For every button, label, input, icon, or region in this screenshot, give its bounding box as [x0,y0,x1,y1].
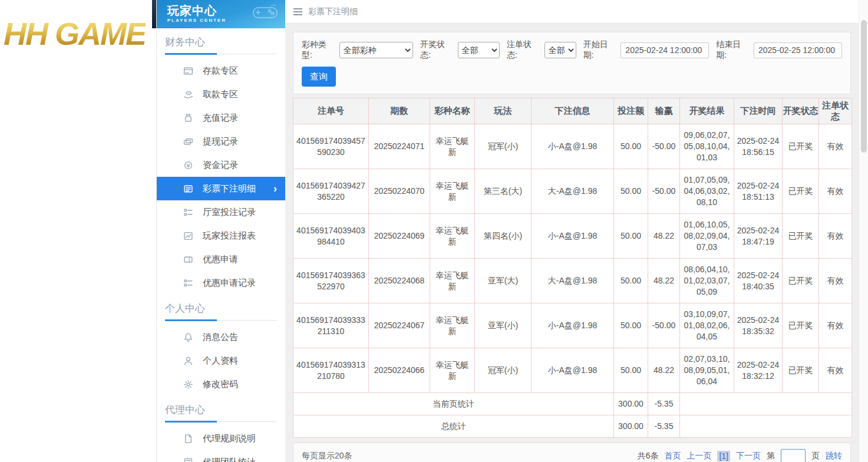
scrollbar[interactable] [859,0,868,462]
table-cell: -50.00 [648,169,680,214]
table-cell: 幸运飞艇新 [430,169,475,214]
table-header-row: 注单号期数彩种名称玩法下注信息投注额输赢开奖结果下注时间开奖状态注单状态 [293,98,852,124]
cash-notes-icon [183,137,193,147]
sidebar-item[interactable]: 资金记录 [157,153,285,177]
next-page-link[interactable]: 下一页 [736,451,761,461]
sidebar-item[interactable]: 玩家投注报表 [157,224,285,248]
table-row: 40156917403936352297020250224068幸运飞艇新亚军(… [293,259,852,303]
sidebar-item-label: 代理团队统计 [203,457,256,462]
gamepad-icon [252,4,278,22]
table-cell: 第三名(大) [475,169,532,214]
table-row: 40156917403931321078020250224066幸运飞艇新冠军(… [293,348,852,393]
column-header: 下注时间 [734,98,783,124]
sidebar-item[interactable]: 消息公告 [157,325,285,349]
filter-panel: 彩种类型: 全部彩种 开奖状态: 全部 注单状态: 全部 开始日期: 结束日期:… [293,32,851,94]
sidebar-item-label: 代理规则说明 [203,433,256,444]
column-header: 期数 [369,98,430,124]
table-cell: 2025-02-24 18:47:19 [734,214,783,259]
current-page[interactable]: [1] [717,451,730,461]
sidebar-item[interactable]: 充值记录 [157,106,285,130]
menu-toggle-icon[interactable] [293,6,302,17]
sidebar-item[interactable]: 代理规则说明 [157,427,285,450]
table-cell: 50.00 [614,214,648,259]
table-cell: 401569174039363522970 [293,259,369,303]
sidebar-item[interactable]: 取款专区 [157,82,285,106]
sidebar-item-label: 消息公告 [203,332,238,343]
sidebar-nav: 财务中心存款专区取款专区充值记录提现记录资金记录彩票下注明细›厅室投注记录玩家投… [157,35,285,462]
table-cell: 20250224067 [369,303,430,348]
table-cell: 50.00 [614,348,648,393]
page: HH GAME 玩家中心 PLAYERS CENTER 财务中心存款专区取款专区… [0,0,868,462]
jump-button[interactable]: 跳转 [826,451,842,461]
table-cell: 已开奖 [783,303,819,348]
column-header: 投注额 [614,98,648,124]
table-cell: 2025-02-24 18:40:35 [734,259,783,303]
summary-empty-cell [680,415,852,438]
deposit-card-icon [183,66,193,76]
sidebar-item[interactable]: 厅室投注记录 [157,200,285,224]
summary-label: 总统计 [293,415,614,438]
prev-page-link[interactable]: 上一页 [687,451,711,461]
content: 彩种类型: 全部彩种 开奖状态: 全部 注单状态: 全部 开始日期: 结束日期:… [285,24,859,462]
sidebar: 玩家中心 PLAYERS CENTER 财务中心存款专区取款专区充值记录提现记录… [156,0,285,462]
sidebar-item[interactable]: 彩票下注明细› [157,177,285,200]
table-cell: 已开奖 [783,214,819,259]
sidebar-section-title: 代理中心 [165,403,277,422]
jump-page-prefix: 第 [767,451,775,461]
table-cell: 03,10,09,07,01,08,02,06,04,05 [680,303,734,348]
column-header: 开奖状态 [783,98,819,124]
summary-row: 总统计300.00-5.35 [293,415,852,438]
table-cell: 有效 [819,214,852,259]
table-row: 40156917403933321131020250224067幸运飞艇新亚军(… [293,303,852,348]
gear-icon [183,380,193,390]
page-title: 彩票下注明细 [308,6,358,17]
sidebar-menu-list: 代理规则说明代理团队统计 [157,422,285,462]
order-status-select[interactable]: 全部 [544,42,576,58]
table-cell: 50.00 [614,303,648,348]
table-cell: 小-A盘@1.98 [532,124,614,169]
person-icon [183,356,193,366]
column-header: 输赢 [648,98,680,124]
table-cell: 48.22 [648,214,680,259]
table-cell: 幸运飞艇新 [430,124,475,169]
record-list-icon [183,207,193,217]
end-date-input[interactable] [754,42,842,58]
start-date-label: 开始日期: [583,39,618,61]
table-cell: 50.00 [614,259,648,303]
draw-status-select[interactable]: 全部 [458,42,500,58]
start-date-input[interactable] [621,42,709,58]
summary-win-loss: -5.35 [648,393,680,415]
summary-empty-cell [680,393,852,415]
table-cell: 20250224070 [369,169,430,214]
table-cell: 亚军(小) [475,303,532,348]
table-cell: 20250224071 [369,124,430,169]
draw-status-label: 开奖状态: [420,39,454,61]
jump-page-input[interactable] [781,449,806,462]
money-bag-icon [183,113,193,123]
bet-table: 注单号期数彩种名称玩法下注信息投注额输赢开奖结果下注时间开奖状态注单状态 401… [293,98,852,438]
pager: 共6条 首页 上一页 [1] 下一页 第 页 跳转 [638,449,842,462]
sidebar-item[interactable]: 存款专区 [157,59,285,82]
first-page-link[interactable]: 首页 [664,451,681,461]
table-cell: 50.00 [614,124,648,169]
sidebar-item[interactable]: 修改密码 [157,372,285,396]
table-cell: 50.00 [614,169,648,214]
record-list-icon [183,278,193,288]
sidebar-item[interactable]: 优惠申请记录 [157,271,285,295]
sidebar-item[interactable]: 代理团队统计 [157,450,285,462]
table-cell: 401569174039333211310 [293,303,369,348]
sidebar-item[interactable]: 提现记录 [157,130,285,153]
sidebar-item[interactable]: 优惠申请 [157,248,285,271]
table-cell: 幸运飞艇新 [430,214,475,259]
column-header: 下注信息 [532,98,614,124]
page-size-text: 每页显示20条 [302,451,352,461]
sidebar-item-label: 存款专区 [203,65,238,77]
sidebar-section-title: 个人中心 [165,302,277,321]
search-button[interactable]: 查询 [302,67,336,87]
scrollbar-thumb[interactable] [861,20,867,153]
lottery-type-select[interactable]: 全部彩种 [339,42,413,58]
table-cell: 已开奖 [783,124,819,169]
column-header: 开奖结果 [680,98,734,124]
sidebar-item[interactable]: 个人资料 [157,349,285,372]
table-cell: 小-A盘@1.98 [532,348,614,393]
